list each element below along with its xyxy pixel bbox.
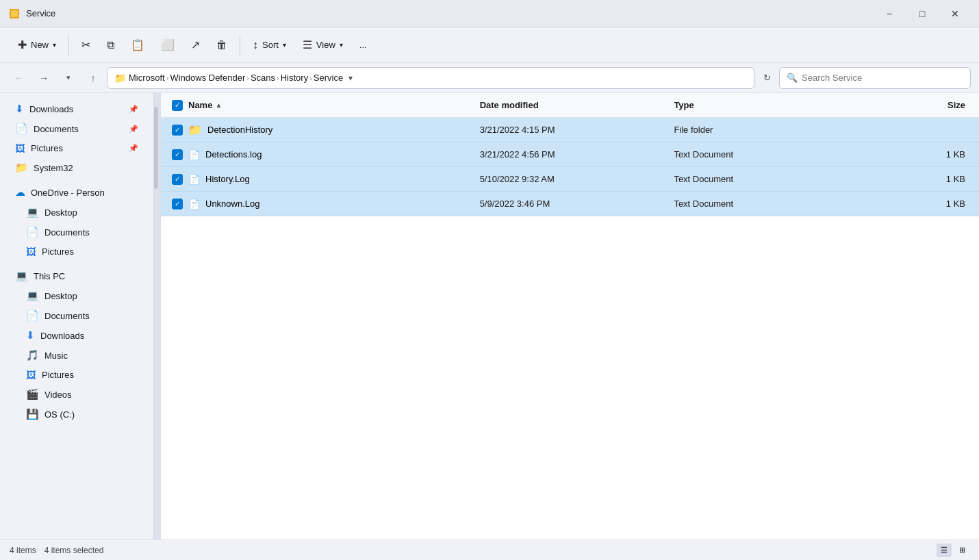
checked-icon-1: ✓	[172, 125, 183, 136]
breadcrumb-current: Service	[314, 73, 343, 83]
list-view-button[interactable]: ☰	[937, 544, 952, 557]
new-label: New	[31, 40, 49, 50]
address-bar[interactable]: 📁 Microsoft › Windows Defender › Scans ›…	[107, 67, 754, 89]
column-header-name[interactable]: Name ▲	[188, 100, 480, 110]
sidebar-item-pc-music[interactable]: 🎵 Music	[4, 346, 149, 365]
more-button[interactable]: ...	[353, 33, 374, 58]
close-button[interactable]: ✕	[939, 3, 971, 25]
sidebar-od-documents-label: Documents	[44, 227, 138, 238]
view-button[interactable]: ☰ View ▾	[296, 33, 350, 58]
minimize-button[interactable]: −	[874, 3, 905, 25]
more-label: ...	[359, 40, 367, 50]
new-chevron-icon: ▾	[53, 41, 56, 49]
thispc-icon: 💻	[15, 270, 28, 282]
sidebar-item-pc-videos[interactable]: 🎬 Videos	[4, 385, 149, 404]
sidebar-thispc-label: This PC	[34, 271, 138, 281]
breadcrumb-part-history: History	[281, 73, 308, 83]
row-date-1: 3/21/2022 4:15 PM	[480, 125, 674, 135]
filename-3: History.Log	[205, 174, 250, 184]
maximize-button[interactable]: □	[906, 3, 938, 25]
table-row[interactable]: ✓ 📄 Detections.log 3/21/2022 4:56 PM Tex…	[161, 142, 979, 167]
onedrive-icon: ☁	[15, 186, 25, 199]
sidebar-pc-pictures-label: Pictures	[42, 370, 138, 380]
scroll-thumb[interactable]	[154, 107, 158, 189]
doc-icon-4: 📄	[188, 199, 200, 209]
sidebar-pc-documents-label: Documents	[44, 311, 138, 321]
paste-icon: 📋	[131, 38, 144, 51]
name-header-label: Name	[188, 100, 212, 110]
sidebar-item-od-desktop[interactable]: 💻 Desktop	[4, 203, 149, 222]
column-header-size[interactable]: Size	[868, 100, 974, 110]
file-list-header: ✓ Name ▲ Date modified Type Size	[161, 93, 979, 118]
folder-icon: 📁	[114, 73, 126, 84]
sidebar-item-pictures-quick[interactable]: 🖼 Pictures 📌	[4, 139, 149, 157]
filename-2: Detections.log	[205, 149, 262, 160]
search-input[interactable]	[802, 73, 963, 83]
sidebar-item-onedrive[interactable]: ☁ OneDrive - Person	[4, 183, 149, 202]
row-size-2: 1 KB	[868, 149, 974, 160]
row-checkbox-1[interactable]: ✓	[166, 125, 188, 136]
sidebar-od-desktop-label: Desktop	[44, 207, 138, 218]
view-toggle: ☰ ⊞	[937, 544, 969, 557]
sidebar-item-od-pictures[interactable]: 🖼 Pictures	[4, 242, 149, 261]
desktop-icon: 💻	[26, 206, 39, 218]
share-button[interactable]: ↗	[184, 33, 207, 58]
grid-view-button[interactable]: ⊞	[954, 544, 969, 557]
sort-button[interactable]: ↕ Sort ▾	[246, 33, 293, 58]
sidebar-item-thispc[interactable]: 💻 This PC	[4, 266, 149, 285]
sidebar-item-pc-desktop[interactable]: 💻 Desktop	[4, 286, 149, 305]
sidebar-item-pc-downloads[interactable]: ⬇ Downloads	[4, 326, 149, 345]
rename-button[interactable]: ⬜	[154, 33, 181, 58]
column-header-type[interactable]: Type	[674, 100, 868, 110]
row-checkbox-2[interactable]: ✓	[166, 149, 188, 160]
column-header-date[interactable]: Date modified	[480, 100, 674, 110]
delete-button[interactable]: 🗑	[209, 33, 234, 58]
sidebar-item-documents-quick[interactable]: 📄 Documents 📌	[4, 119, 149, 138]
sort-label: Sort	[262, 40, 279, 50]
copy-button[interactable]: ⧉	[100, 33, 121, 58]
table-row[interactable]: ✓ 📄 Unknown.Log 5/9/2022 3:46 PM Text Do…	[161, 192, 979, 216]
downloads-icon: ⬇	[15, 103, 24, 115]
sidebar-item-system32[interactable]: 📁 System32	[4, 158, 149, 177]
paste-button[interactable]: 📋	[124, 33, 151, 58]
share-icon: ↗	[191, 38, 200, 51]
header-checkbox[interactable]: ✓	[166, 100, 188, 111]
window-title: Service	[26, 8, 874, 18]
up-button[interactable]: ↑	[82, 67, 104, 89]
sidebar-downloads-label: Downloads	[29, 104, 123, 114]
app-icon	[8, 8, 21, 20]
table-row[interactable]: ✓ 📄 History.Log 5/10/2022 9:32 AM Text D…	[161, 167, 979, 192]
onedrive-label: OneDrive - Person	[31, 188, 138, 198]
documents-icon-3: 📄	[26, 309, 39, 322]
recent-button[interactable]: ▾	[58, 67, 79, 89]
pictures-icon: 🖼	[15, 142, 25, 154]
title-bar: Service − □ ✕	[0, 0, 979, 27]
row-checkbox-4[interactable]: ✓	[166, 199, 188, 209]
forward-button[interactable]: →	[33, 67, 55, 89]
grid-view-icon: ⊞	[959, 546, 965, 555]
system32-icon: 📁	[15, 162, 28, 174]
breadcrumb-sep-2: ›	[246, 74, 249, 82]
file-area: ✓ Name ▲ Date modified Type Size ✓ 📁	[161, 93, 979, 539]
sidebar-item-od-documents[interactable]: 📄 Documents	[4, 222, 149, 242]
back-button[interactable]: ←	[8, 67, 30, 89]
sidebar-item-pc-osc[interactable]: 💾 OS (C:)	[4, 405, 149, 424]
sidebar-scrollbar	[154, 93, 161, 539]
cut-button[interactable]: ✂	[75, 33, 97, 58]
sidebar-item-downloads-quick[interactable]: ⬇ Downloads 📌	[4, 99, 149, 118]
header-checkbox-mark: ✓	[172, 100, 183, 111]
refresh-button[interactable]: ↻	[757, 68, 776, 88]
row-type-3: Text Document	[674, 174, 868, 184]
documents-icon: 📄	[15, 123, 28, 135]
search-box[interactable]: 🔍	[779, 67, 971, 89]
pin-icon: 📌	[129, 105, 138, 114]
sidebar-item-pc-pictures[interactable]: 🖼 Pictures	[4, 366, 149, 384]
sidebar-item-pc-documents[interactable]: 📄 Documents	[4, 306, 149, 325]
view-chevron-icon: ▾	[340, 41, 343, 49]
row-name-1: 📁 DetectionHistory	[188, 123, 480, 136]
table-row[interactable]: ✓ 📁 DetectionHistory 3/21/2022 4:15 PM F…	[161, 118, 979, 142]
row-checkbox-3[interactable]: ✓	[166, 174, 188, 185]
new-button[interactable]: ✚ New ▾	[11, 33, 63, 58]
sidebar-pc-downloads-label: Downloads	[40, 331, 138, 341]
new-icon: ✚	[18, 38, 27, 51]
